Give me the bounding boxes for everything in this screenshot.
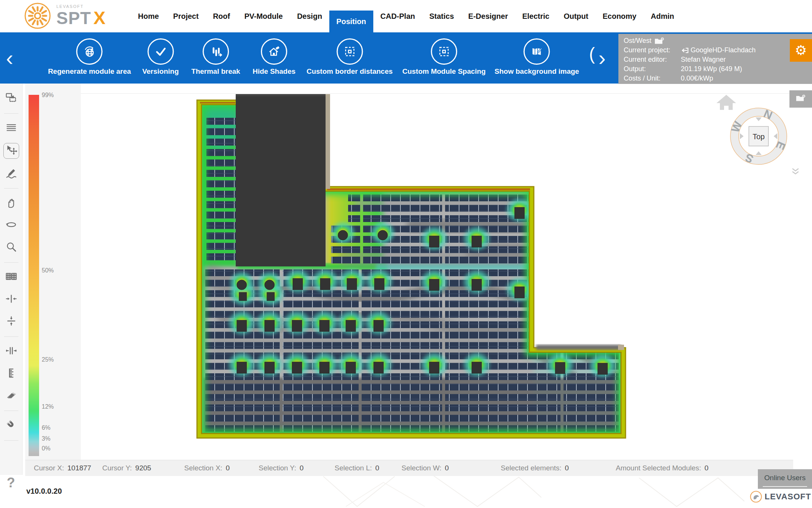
list-icon: [5, 121, 18, 135]
tab-roof[interactable]: Roof: [206, 0, 237, 32]
project-folder-icon[interactable]: [654, 37, 664, 45]
toolbar-button-check[interactable]: Versioning: [142, 38, 179, 76]
help-button[interactable]: ?: [7, 475, 15, 491]
duplicate-icon: [5, 91, 18, 106]
sidebar-zoom-tool[interactable]: [4, 240, 19, 255]
collapsed-panel-tab[interactable]: [789, 90, 812, 108]
roof-obstacle[interactable]: [374, 320, 383, 332]
view-home-icon[interactable]: [717, 95, 736, 110]
roof-obstacle[interactable]: [237, 320, 247, 332]
sidebar-ruler-tool[interactable]: [4, 366, 19, 381]
roof-obstacle-round[interactable]: [237, 280, 247, 290]
sidebar-duplicate-tool[interactable]: [4, 91, 19, 106]
align-horizontal-icon: [5, 292, 18, 307]
roof-obstacle-round[interactable]: [338, 230, 348, 240]
roof-obstacle[interactable]: [292, 320, 302, 332]
tab-e-designer[interactable]: E-Designer: [461, 0, 515, 32]
roof-plan[interactable]: [195, 94, 626, 438]
roof-obstacle-round[interactable]: [265, 280, 274, 290]
roof-obstacle-round[interactable]: [378, 230, 388, 240]
open-project-icon[interactable]: [681, 47, 689, 54]
building-block[interactable]: [236, 94, 326, 266]
tab-cad-plan[interactable]: CAD-Plan: [373, 0, 422, 32]
toolbar-button-house-sun[interactable]: Hide Shades: [253, 38, 295, 76]
tab-design[interactable]: Design: [290, 0, 329, 32]
sidebar-distribute-tool[interactable]: [4, 344, 19, 359]
online-users-underline: [763, 486, 807, 487]
sidebar-magnet-tool[interactable]: [4, 418, 19, 433]
compass-top-label: Top: [753, 132, 765, 141]
roof-obstacle[interactable]: [429, 236, 439, 247]
roof-obstacle[interactable]: [346, 362, 356, 373]
sidebar-divider: [4, 440, 18, 441]
toolbar-clipped-icon: (: [589, 44, 595, 64]
tab-economy[interactable]: Economy: [595, 0, 644, 32]
roof-obstacle[interactable]: [555, 362, 565, 374]
header: LEVASOFT SPTX HomeProjectRoofPV-ModuleDe…: [0, 0, 812, 32]
roof-obstacle[interactable]: [515, 207, 524, 219]
roof-obstacle[interactable]: [346, 320, 356, 332]
tab-output[interactable]: Output: [556, 0, 595, 32]
status-field-value: 0: [300, 464, 304, 472]
toolbar-button-module-spacing[interactable]: Custom Module Spacing: [402, 38, 486, 76]
sidebar-align-horizontal-tool[interactable]: [4, 292, 19, 307]
sidebar-draw-tool[interactable]: [4, 166, 19, 181]
roof-obstacle[interactable]: [292, 362, 302, 373]
house-sun-icon: [261, 38, 287, 65]
toolbar-scroll-right-icon[interactable]: ›: [598, 41, 606, 75]
roof-obstacle[interactable]: [374, 362, 383, 373]
roof-obstacle[interactable]: [472, 236, 482, 247]
sidebar-eraser-tool[interactable]: [4, 388, 19, 403]
tab-home[interactable]: Home: [131, 0, 166, 32]
status-field-label: Cursor X:: [34, 464, 64, 472]
roof-obstacle[interactable]: [239, 292, 247, 301]
sidebar-select-move-tool[interactable]: [3, 143, 19, 159]
compass[interactable]: N E S W Top: [729, 107, 788, 166]
sidebar-align-vertical-tool[interactable]: [4, 314, 19, 329]
sidebar-rotate-tool[interactable]: [4, 218, 19, 233]
roof-obstacle[interactable]: [429, 362, 439, 373]
roof-obstacle[interactable]: [293, 278, 303, 290]
toolbar-button-map-edit[interactable]: Show background image: [495, 38, 579, 76]
toolbar-button-border-distance[interactable]: Custom border distances: [306, 38, 392, 76]
tab-statics[interactable]: Statics: [422, 0, 461, 32]
roof-obstacle[interactable]: [374, 278, 384, 290]
roof-obstacle[interactable]: [598, 363, 607, 374]
roof-obstacle[interactable]: [265, 320, 274, 332]
roof-obstacle[interactable]: [265, 362, 274, 373]
online-users-button[interactable]: Online Users: [758, 469, 812, 489]
tab-pv-module[interactable]: PV-Module: [237, 0, 290, 32]
tab-project[interactable]: Project: [166, 0, 206, 32]
tab-electric[interactable]: Electric: [515, 0, 556, 32]
tab-position[interactable]: Position: [329, 11, 373, 32]
scale-tick-label: 12%: [42, 403, 54, 410]
sidebar-module-grid-tool[interactable]: [4, 270, 19, 285]
toolbar-button-label: Thermal break: [191, 67, 240, 76]
border-distance-icon: [336, 38, 363, 65]
panel-expand-chevrons-icon[interactable]: [791, 167, 800, 177]
toolbar-button-regenerate[interactable]: Regenerate module area: [48, 38, 131, 76]
roof-obstacle[interactable]: [320, 320, 329, 332]
tab-admin[interactable]: Admin: [644, 0, 681, 32]
roof-obstacle[interactable]: [472, 362, 482, 373]
sidebar-divider: [4, 113, 18, 114]
roof-obstacle[interactable]: [267, 292, 274, 301]
toolbar-button-thermal[interactable]: Thermal break: [191, 38, 240, 76]
roof-obstacle[interactable]: [347, 278, 357, 290]
roof-obstacle[interactable]: [320, 362, 329, 373]
toolbar-scroll-left-icon[interactable]: ‹: [6, 41, 13, 75]
orientation-label: Ost/West: [624, 37, 651, 45]
sidebar-pan-hand-tool[interactable]: [4, 196, 19, 211]
roof-obstacle[interactable]: [320, 278, 330, 290]
roof-obstacle[interactable]: [429, 279, 439, 291]
current-editor-value: Stefan Wagner: [681, 56, 726, 64]
roof-obstacle[interactable]: [515, 287, 524, 298]
status-field-label: Selection X:: [184, 464, 222, 472]
scale-tick-label: 3%: [42, 435, 50, 442]
settings-button[interactable]: ⚙: [790, 39, 812, 62]
status-bar: Cursor X: 101877 Cursor Y: 9205 Selectio…: [25, 460, 793, 476]
sidebar-list-tool[interactable]: [4, 121, 19, 136]
logo-brand-x: X: [93, 8, 105, 28]
roof-obstacle[interactable]: [237, 362, 247, 373]
roof-obstacle[interactable]: [472, 279, 482, 291]
